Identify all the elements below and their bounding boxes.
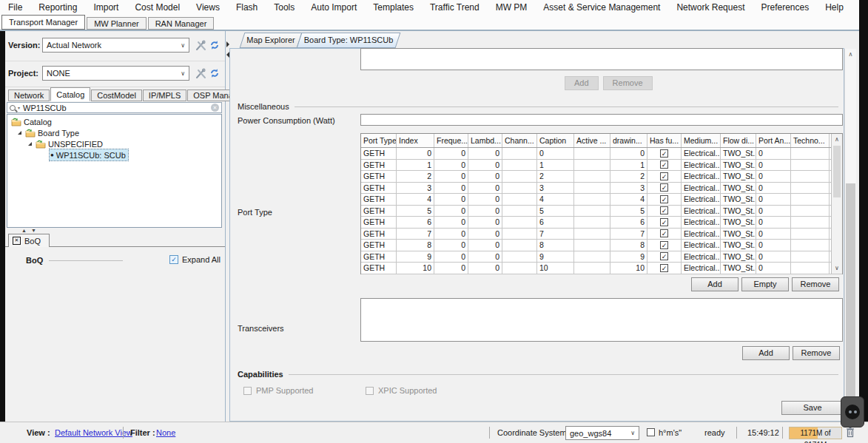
tree-node-body[interactable]: Catalog	[10, 116, 54, 127]
menu-item-auto-import[interactable]: Auto Import	[303, 0, 365, 15]
tree-node-body[interactable]: Board Type	[24, 127, 81, 138]
row-checkbox[interactable]	[660, 229, 668, 237]
refresh-sync-icon[interactable]	[209, 39, 221, 51]
scroll-up-icon[interactable]	[832, 134, 842, 145]
table-row[interactable]: GETH40044Electrical...TWO_St...0	[361, 194, 842, 206]
menu-item-network-request[interactable]: Network Request	[668, 0, 753, 15]
column-header-techno[interactable]: Techno...	[791, 134, 830, 147]
row-checkbox[interactable]	[660, 172, 668, 180]
filter-link[interactable]: None	[156, 428, 175, 437]
tree-item-catalog[interactable]: Catalog	[7, 116, 221, 127]
row-checkbox[interactable]	[660, 183, 668, 192]
floating-overlay-widget[interactable]	[841, 396, 864, 427]
main-scrollbar[interactable]	[844, 49, 856, 422]
table-row[interactable]: GETH30033Electrical...TWO_St...0	[361, 183, 842, 195]
menu-item-flash[interactable]: Flash	[228, 0, 266, 15]
table-row[interactable]: GETH10011Electrical...TWO_St...0	[361, 160, 842, 172]
scrollbar-thumb[interactable]	[833, 146, 841, 197]
menu-item-views[interactable]: Views	[188, 0, 228, 15]
tab-board-type-wp11scub[interactable]: Board Type: WP11SCUb	[299, 33, 398, 48]
tree-expander-icon[interactable]	[28, 142, 32, 146]
app-tab-transport-manager[interactable]: Transport Manager	[1, 15, 85, 30]
column-header-index[interactable]: Index	[397, 134, 434, 147]
tab-network[interactable]: Network	[8, 89, 50, 101]
tree-item-board-type[interactable]: Board Type	[7, 127, 221, 138]
menu-item-templates[interactable]: Templates	[365, 0, 422, 15]
table-row[interactable]: GETH90099Electrical...TWO_St...0	[361, 251, 842, 263]
splitter-up-icon[interactable]	[21, 228, 28, 233]
configure-tools-icon[interactable]	[195, 39, 206, 51]
tree-node-body[interactable]: WP11SCUb: SCUb	[50, 149, 128, 160]
table-row[interactable]: GETH00000Electrical...TWO_St...0	[361, 148, 842, 160]
transceivers-list-box[interactable]	[360, 298, 843, 342]
row-checkbox[interactable]	[660, 218, 668, 226]
table-row[interactable]: GETH10001010Electrical...TWO_St...0	[361, 263, 842, 274]
version-combobox[interactable]: Actual Network	[42, 38, 189, 53]
row-checkbox[interactable]	[660, 149, 668, 158]
menu-item-reporting[interactable]: Reporting	[30, 0, 85, 15]
tree-item-wp11scub-scub[interactable]: WP11SCUb: SCUb	[7, 149, 221, 160]
scrollbar-thumb[interactable]	[846, 183, 855, 404]
save-button[interactable]: Save	[781, 401, 844, 415]
menu-item-traffic-trend[interactable]: Traffic Trend	[422, 0, 488, 15]
refresh-sync-icon[interactable]	[209, 67, 221, 79]
tab-boq[interactable]: BoQ	[8, 234, 50, 247]
column-header-port-type[interactable]: Port Type	[361, 134, 397, 147]
expand-all-checkbox[interactable]	[169, 255, 178, 264]
coordinate-system-combobox[interactable]: geo_wgs84	[565, 426, 639, 440]
column-header-drawin[interactable]: drawin...	[610, 134, 647, 147]
top-list-box[interactable]	[360, 48, 843, 70]
column-header-active[interactable]: Active ...	[574, 134, 610, 147]
search-options-chevron-icon[interactable]	[18, 105, 20, 110]
remove-button[interactable]: Remove	[793, 346, 840, 360]
tree-item-unspecified[interactable]: UNSPECIFIED	[7, 138, 221, 149]
table-row[interactable]: GETH60066Electrical...TWO_St...0	[361, 217, 842, 229]
menu-item-tools[interactable]: Tools	[266, 0, 303, 15]
tab-map-explorer[interactable]: Map Explorer	[242, 33, 300, 48]
menu-item-asset-service-management[interactable]: Asset & Service Management	[535, 0, 668, 15]
catalog-search-box[interactable]: WP11SCUb	[7, 102, 222, 113]
row-checkbox[interactable]	[660, 241, 668, 249]
column-header-freque[interactable]: Freque...	[434, 134, 468, 147]
row-checkbox[interactable]	[660, 160, 668, 169]
column-header-caption[interactable]: Caption	[537, 134, 574, 147]
tab-ip-mpls[interactable]: IP/MPLS	[143, 89, 186, 101]
column-header-has-fu[interactable]: Has fu...	[647, 134, 682, 147]
empty-button[interactable]: Empty	[741, 277, 789, 291]
remove-button[interactable]: Remove	[792, 277, 839, 291]
search-input[interactable]: WP11SCUb	[23, 104, 66, 112]
dms-checkbox[interactable]	[647, 428, 655, 436]
scroll-up-icon[interactable]	[845, 49, 856, 60]
row-checkbox[interactable]	[660, 195, 668, 203]
column-header-medium[interactable]: Medium...	[682, 134, 721, 147]
scroll-down-icon[interactable]	[832, 263, 842, 274]
clear-search-icon[interactable]	[211, 104, 219, 112]
column-header-chann[interactable]: Chann...	[502, 134, 537, 147]
view-link[interactable]: Default Network View	[55, 428, 132, 437]
table-row[interactable]: GETH80088Electrical...TWO_St...0	[361, 240, 842, 251]
configure-tools-icon[interactable]	[195, 67, 206, 79]
splitter-down-icon[interactable]	[31, 228, 38, 233]
tree-node-body[interactable]: UNSPECIFIED	[35, 138, 105, 149]
app-tab-ran-manager[interactable]: RAN Manager	[148, 17, 215, 30]
table-row[interactable]: GETH20022Electrical...TWO_St...0	[361, 171, 842, 183]
row-checkbox[interactable]	[660, 252, 668, 260]
menu-item-import[interactable]: Import	[85, 0, 127, 15]
project-combobox[interactable]: NONE	[42, 66, 189, 81]
close-icon[interactable]	[13, 237, 21, 245]
row-checkbox[interactable]	[660, 206, 668, 214]
splitter-handle[interactable]	[21, 228, 38, 233]
table-row[interactable]: GETH70077Electrical...TWO_St...0	[361, 229, 842, 240]
tab-catalog[interactable]: Catalog	[50, 87, 90, 101]
tab-costmodel[interactable]: CostModel	[91, 89, 142, 101]
tree-expander-icon[interactable]	[18, 131, 21, 135]
row-checkbox[interactable]	[660, 264, 668, 272]
menu-item-file[interactable]: File	[0, 0, 30, 15]
column-header-port-an[interactable]: Port An...	[756, 134, 791, 147]
menu-item-cost-model[interactable]: Cost Model	[127, 0, 188, 15]
app-tab-mw-planner[interactable]: MW Planner	[87, 17, 147, 30]
add-button[interactable]: Add	[742, 346, 790, 360]
menu-item-preferences[interactable]: Preferences	[753, 0, 817, 15]
add-button[interactable]: Add	[691, 277, 739, 291]
menu-item-help[interactable]: Help	[817, 0, 852, 15]
